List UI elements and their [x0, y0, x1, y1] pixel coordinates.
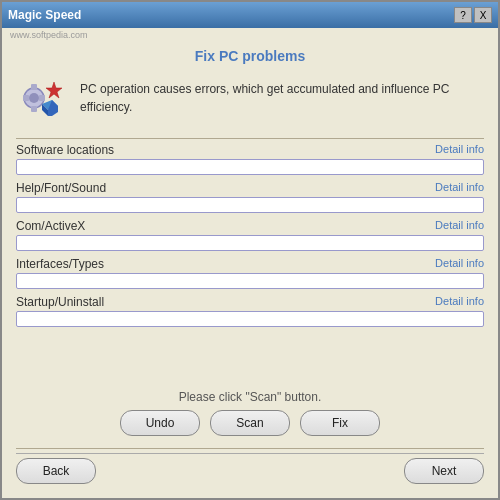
page-title: Fix PC problems: [16, 48, 484, 64]
section-header: Interfaces/TypesDetail info: [16, 257, 484, 271]
svg-rect-3: [31, 106, 37, 112]
scan-prompt: Please click "Scan" button.: [16, 390, 484, 404]
section-row: Startup/UninstallDetail info: [16, 295, 484, 327]
section-row: Software locationsDetail info: [16, 143, 484, 175]
section-label-3: Interfaces/Types: [16, 257, 104, 271]
sections-list: Software locationsDetail infoHelp/Font/S…: [16, 143, 484, 382]
next-button[interactable]: Next: [404, 458, 484, 484]
detail-info-link-0[interactable]: Detail info: [435, 143, 484, 157]
detail-info-link-3[interactable]: Detail info: [435, 257, 484, 271]
section-header: Com/ActiveXDetail info: [16, 219, 484, 233]
header-description: PC operation causes errors, which get ac…: [80, 80, 484, 116]
svg-point-1: [29, 93, 39, 103]
main-buttons-row: Undo Scan Fix: [16, 410, 484, 436]
progress-bar-3: [16, 273, 484, 289]
progress-bar-1: [16, 197, 484, 213]
title-bar: Magic Speed ? X: [2, 2, 498, 28]
main-window: Magic Speed ? X www.softpedia.com Fix PC…: [0, 0, 500, 500]
fix-button[interactable]: Fix: [300, 410, 380, 436]
section-label-0: Software locations: [16, 143, 114, 157]
divider-top: [16, 138, 484, 139]
detail-info-link-2[interactable]: Detail info: [435, 219, 484, 233]
scan-button[interactable]: Scan: [210, 410, 290, 436]
pc-repair-icon: [16, 72, 68, 124]
section-row: Interfaces/TypesDetail info: [16, 257, 484, 289]
title-bar-controls: ? X: [454, 7, 492, 23]
content-area: Fix PC problems: [2, 42, 498, 498]
section-label-2: Com/ActiveX: [16, 219, 85, 233]
detail-info-link-4[interactable]: Detail info: [435, 295, 484, 309]
header-section: PC operation causes errors, which get ac…: [16, 72, 484, 124]
svg-rect-2: [31, 84, 37, 90]
section-header: Software locationsDetail info: [16, 143, 484, 157]
undo-button[interactable]: Undo: [120, 410, 200, 436]
nav-buttons-row: Back Next: [16, 453, 484, 488]
section-row: Com/ActiveXDetail info: [16, 219, 484, 251]
progress-bar-2: [16, 235, 484, 251]
section-label-1: Help/Font/Sound: [16, 181, 106, 195]
svg-rect-5: [39, 95, 45, 101]
window-title: Magic Speed: [8, 8, 81, 22]
section-header: Help/Font/SoundDetail info: [16, 181, 484, 195]
section-label-4: Startup/Uninstall: [16, 295, 104, 309]
progress-bar-0: [16, 159, 484, 175]
progress-bar-4: [16, 311, 484, 327]
close-button[interactable]: X: [474, 7, 492, 23]
section-header: Startup/UninstallDetail info: [16, 295, 484, 309]
svg-rect-4: [23, 95, 29, 101]
icon-area: [16, 72, 68, 124]
back-button[interactable]: Back: [16, 458, 96, 484]
watermark: www.softpedia.com: [2, 28, 498, 42]
help-button[interactable]: ?: [454, 7, 472, 23]
svg-marker-6: [46, 82, 62, 98]
detail-info-link-1[interactable]: Detail info: [435, 181, 484, 195]
section-row: Help/Font/SoundDetail info: [16, 181, 484, 213]
divider-bottom: [16, 448, 484, 449]
